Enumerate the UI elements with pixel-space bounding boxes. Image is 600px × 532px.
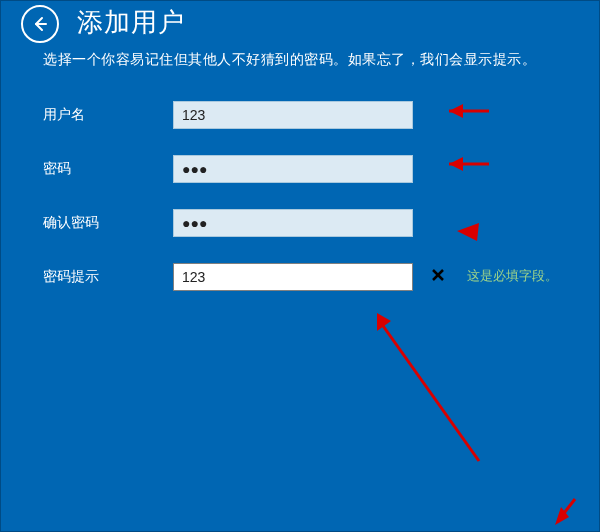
svg-marker-9 bbox=[377, 313, 391, 331]
titlebar: 添加用户 bbox=[21, 5, 599, 43]
row-username: 用户名 bbox=[43, 99, 599, 131]
row-password: 密码 bbox=[43, 153, 599, 185]
label-hint: 密码提示 bbox=[43, 268, 173, 286]
back-arrow-icon bbox=[31, 15, 49, 33]
add-user-window: 添加用户 选择一个你容易记住但其他人不好猜到的密码。如果忘了，我们会显示提示。 … bbox=[0, 0, 600, 532]
password-input[interactable] bbox=[173, 155, 413, 183]
svg-marker-11 bbox=[555, 507, 569, 525]
row-confirm: 确认密码 bbox=[43, 207, 599, 239]
confirm-password-input[interactable] bbox=[173, 209, 413, 237]
required-message: 这是必填字段。 bbox=[467, 267, 558, 285]
password-hint-input[interactable] bbox=[173, 263, 413, 291]
annotation-arrow-icon bbox=[377, 313, 479, 461]
svg-line-8 bbox=[381, 323, 479, 461]
label-confirm: 确认密码 bbox=[43, 214, 173, 232]
page-title: 添加用户 bbox=[77, 7, 185, 37]
back-button[interactable] bbox=[21, 5, 59, 43]
annotation-arrow-icon bbox=[555, 499, 575, 525]
row-hint: 密码提示 这是必填字段。 bbox=[43, 261, 599, 293]
page-subtitle: 选择一个你容易记住但其他人不好猜到的密码。如果忘了，我们会显示提示。 bbox=[43, 51, 599, 69]
close-icon bbox=[430, 267, 446, 283]
username-input[interactable] bbox=[173, 101, 413, 129]
svg-line-10 bbox=[561, 499, 575, 517]
clear-hint-button[interactable] bbox=[427, 264, 449, 286]
label-username: 用户名 bbox=[43, 106, 173, 124]
form: 用户名 密码 确认密码 密码提示 这是必填字段。 bbox=[43, 99, 599, 293]
label-password: 密码 bbox=[43, 160, 173, 178]
